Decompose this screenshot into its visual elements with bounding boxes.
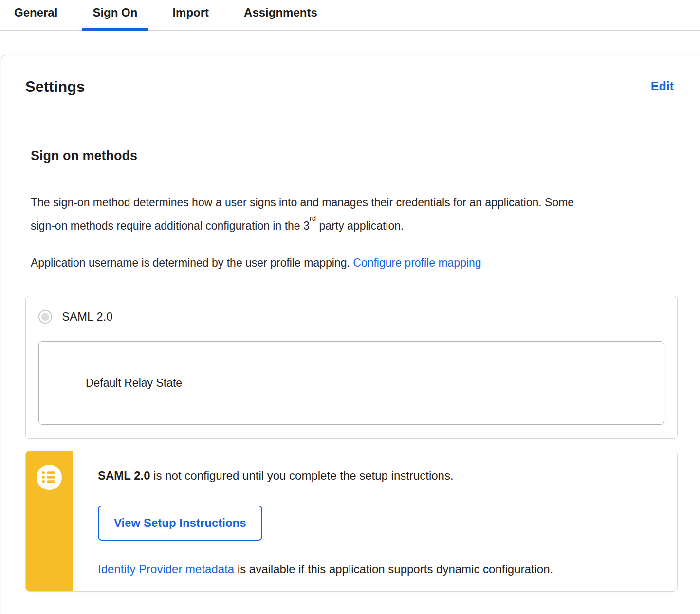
callout-message-bold: SAML 2.0 (98, 469, 150, 482)
edit-link[interactable]: Edit (651, 78, 674, 94)
settings-header: Settings Edit (25, 78, 700, 96)
saml-radio-label: SAML 2.0 (62, 310, 113, 324)
tab-general[interactable]: General (3, 5, 68, 30)
default-relay-state-field: Default Relay State (38, 341, 664, 425)
app-tab-bar: General Sign On Import Assignments (0, 0, 700, 31)
description-text: The sign-on method determines how a user… (31, 196, 574, 232)
ordinal-superscript: rd (310, 214, 316, 222)
sign-on-methods-description: The sign-on method determines how a user… (31, 191, 586, 237)
callout-body: SAML 2.0 is not configured until you com… (73, 451, 677, 591)
sign-on-methods-heading: Sign on methods (31, 148, 700, 163)
username-note: Application username is determined by th… (31, 251, 700, 274)
list-icon (36, 464, 63, 491)
settings-title: Settings (25, 78, 85, 96)
tab-sign-on[interactable]: Sign On (82, 5, 148, 30)
identity-provider-metadata-link[interactable]: Identity Provider metadata (98, 562, 234, 576)
view-setup-instructions-button[interactable]: View Setup Instructions (98, 506, 262, 541)
default-relay-state-label: Default Relay State (86, 377, 182, 390)
callout-message-rest: is not configured until you complete the… (150, 469, 454, 482)
configure-profile-mapping-link[interactable]: Configure profile mapping (353, 256, 481, 269)
saml-radio-row: SAML 2.0 (38, 310, 664, 324)
saml-method-box: SAML 2.0 Default Relay State (25, 296, 678, 439)
metadata-note: Identity Provider metadata is available … (98, 562, 658, 577)
saml-setup-callout: SAML 2.0 is not configured until you com… (25, 451, 678, 592)
saml-radio-button[interactable] (38, 310, 52, 324)
description-text-end: party application. (316, 219, 404, 232)
tab-assignments[interactable]: Assignments (233, 5, 328, 30)
metadata-note-rest: is available if this application support… (234, 562, 553, 576)
callout-caution-strip (26, 451, 73, 591)
tab-import[interactable]: Import (162, 5, 220, 30)
settings-card: Settings Edit Sign on methods The sign-o… (1, 55, 700, 614)
username-note-text: Application username is determined by th… (31, 256, 353, 269)
callout-message: SAML 2.0 is not configured until you com… (98, 469, 658, 483)
sign-on-methods-section: Sign on methods The sign-on method deter… (25, 148, 700, 274)
